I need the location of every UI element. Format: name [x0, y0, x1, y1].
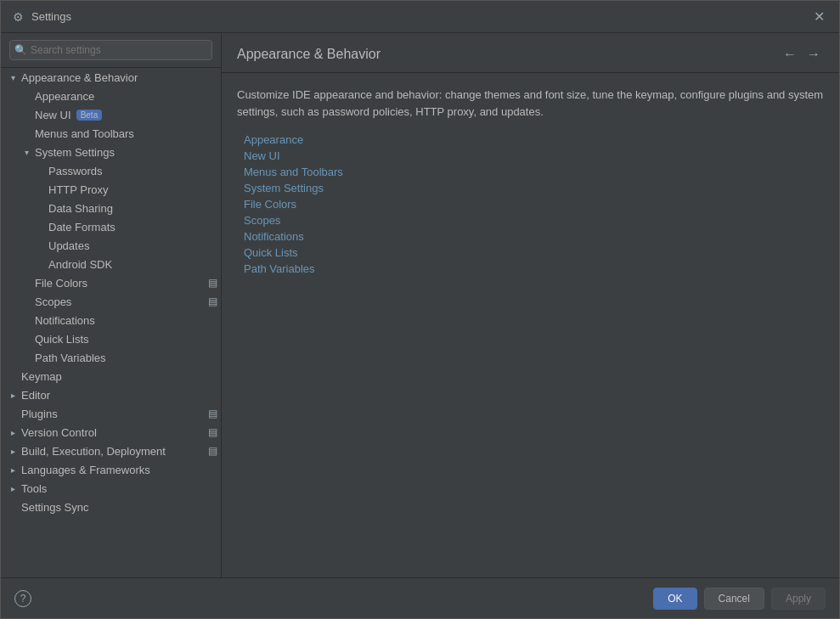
sidebar-item-passwords[interactable]: Passwords [1, 161, 221, 180]
settings-window: ⚙ Settings ✕ 🔍 ▾ Appearance & Behavior [0, 0, 840, 619]
sidebar-item-plugins[interactable]: Plugins ▤ [1, 404, 221, 423]
expand-spacer [33, 164, 47, 177]
sidebar-item-android-sdk[interactable]: Android SDK [1, 255, 221, 273]
ok-button[interactable]: OK [653, 588, 696, 610]
window-icon: ⚙ [11, 10, 25, 24]
sidebar-item-label: Menus and Toolbars [33, 127, 134, 140]
sidebar-item-label: Build, Execution, Deployment [20, 445, 166, 458]
main-content: Customize IDE appearance and behavior: c… [222, 73, 839, 577]
link-appearance[interactable]: Appearance [244, 133, 824, 146]
link-quick-lists[interactable]: Quick Lists [244, 246, 824, 259]
indicator-icon: ▤ [208, 408, 217, 419]
link-new-ui[interactable]: New UI [244, 149, 824, 162]
search-icon: 🔍 [14, 44, 27, 56]
expand-spacer [20, 127, 33, 140]
sidebar-item-label: Date Formats [47, 221, 116, 234]
sidebar-item-data-sharing[interactable]: Data Sharing [1, 199, 221, 217]
sidebar-item-label: File Colors [33, 277, 87, 290]
sidebar-item-build-execution[interactable]: ▸ Build, Execution, Deployment ▤ [1, 442, 221, 460]
window-title: Settings [31, 10, 71, 23]
link-path-variables[interactable]: Path Variables [244, 262, 824, 275]
link-scopes[interactable]: Scopes [244, 214, 824, 227]
expand-spacer [20, 276, 33, 290]
sidebar-item-label: System Settings [33, 146, 115, 159]
sidebar-item-path-variables[interactable]: Path Variables [1, 348, 221, 367]
tree: ▾ Appearance & Behavior Appearance New [1, 68, 221, 516]
title-bar: ⚙ Settings ✕ [1, 1, 839, 33]
sidebar-item-label: Updates [47, 239, 89, 252]
sidebar-item-label: Scopes [33, 295, 71, 308]
expand-spacer [33, 201, 47, 215]
apply-button[interactable]: Apply [771, 588, 826, 610]
expand-spacer [20, 313, 33, 327]
expand-spacer [33, 220, 47, 234]
sidebar-item-http-proxy[interactable]: HTTP Proxy [1, 180, 221, 199]
sidebar-item-quick-lists[interactable]: Quick Lists [1, 329, 221, 348]
sidebar-item-label: Quick Lists [33, 333, 89, 346]
sidebar-item-label: Keymap [20, 370, 62, 383]
link-menus-toolbars[interactable]: Menus and Toolbars [244, 166, 824, 178]
expand-icon: ▸ [6, 463, 20, 476]
main-panel: Appearance & Behavior ← → Customize IDE … [222, 33, 839, 577]
expand-spacer [6, 369, 20, 383]
sidebar-item-label: Data Sharing [47, 202, 113, 215]
expand-spacer [20, 351, 33, 364]
expand-spacer [20, 108, 33, 121]
sidebar-item-label: Appearance [33, 90, 94, 103]
expand-spacer [33, 239, 47, 252]
sidebar-item-languages[interactable]: ▸ Languages & Frameworks [1, 460, 221, 479]
expand-spacer [20, 332, 33, 346]
sidebar-item-label: Plugins [20, 408, 58, 420]
indicator-icon: ▤ [208, 295, 217, 307]
indicator-icon: ▤ [208, 277, 217, 289]
indicator-icon: ▤ [208, 445, 217, 457]
close-button[interactable]: ✕ [809, 7, 829, 27]
forward-button[interactable]: → [803, 45, 824, 64]
sidebar-item-label: Languages & Frameworks [20, 464, 150, 476]
footer-buttons: OK Cancel Apply [653, 588, 826, 610]
sidebar-item-scopes[interactable]: Scopes ▤ [1, 292, 221, 311]
sidebar-item-label: Notifications [33, 314, 95, 327]
sidebar-item-settings-sync[interactable]: Settings Sync [1, 498, 221, 516]
expand-icon: ▸ [6, 388, 20, 402]
help-button[interactable]: ? [14, 590, 31, 607]
sidebar-item-new-ui[interactable]: New UI Beta [1, 105, 221, 124]
expand-spacer [20, 295, 33, 308]
search-wrapper: 🔍 [9, 40, 212, 60]
sidebar-item-keymap[interactable]: Keymap [1, 367, 221, 385]
expand-icon: ▸ [6, 481, 20, 495]
cancel-button[interactable]: Cancel [704, 588, 764, 610]
sidebar-item-editor[interactable]: ▸ Editor [1, 385, 221, 404]
search-input[interactable] [9, 40, 212, 60]
sidebar-item-file-colors[interactable]: File Colors ▤ [1, 273, 221, 292]
sidebar-item-label: Passwords [47, 165, 103, 177]
back-button[interactable]: ← [780, 45, 800, 64]
link-notifications[interactable]: Notifications [244, 230, 824, 243]
link-system-settings[interactable]: System Settings [244, 182, 824, 194]
sidebar-item-label: Appearance & Behavior [20, 71, 138, 84]
expand-spacer [6, 500, 20, 514]
sidebar: 🔍 ▾ Appearance & Behavior Ap [1, 33, 222, 577]
search-container: 🔍 [1, 33, 221, 68]
sidebar-item-label: Settings Sync [20, 501, 89, 514]
sidebar-item-menus-toolbars[interactable]: Menus and Toolbars [1, 124, 221, 143]
sidebar-item-version-control[interactable]: ▸ Version Control ▤ [1, 423, 221, 442]
sidebar-item-appearance[interactable]: Appearance [1, 87, 221, 105]
link-file-colors[interactable]: File Colors [244, 198, 824, 211]
sidebar-item-system-settings[interactable]: ▾ System Settings [1, 143, 221, 161]
sidebar-item-label: New UI [33, 109, 71, 121]
sidebar-item-notifications[interactable]: Notifications [1, 311, 221, 329]
indicator-icon: ▤ [208, 426, 217, 438]
expand-spacer [33, 183, 47, 196]
sidebar-item-tools[interactable]: ▸ Tools [1, 479, 221, 498]
sidebar-item-appearance-behavior[interactable]: ▾ Appearance & Behavior [1, 68, 221, 87]
sidebar-item-updates[interactable]: Updates [1, 236, 221, 255]
expand-icon: ▾ [6, 70, 20, 84]
sidebar-item-label: Tools [20, 482, 47, 495]
sidebar-item-label: HTTP Proxy [47, 183, 109, 196]
sidebar-item-label: Version Control [20, 426, 97, 439]
beta-badge: Beta [76, 110, 103, 121]
sidebar-item-label: Editor [20, 389, 50, 402]
expand-icon: ▾ [20, 145, 33, 159]
sidebar-item-date-formats[interactable]: Date Formats [1, 217, 221, 236]
